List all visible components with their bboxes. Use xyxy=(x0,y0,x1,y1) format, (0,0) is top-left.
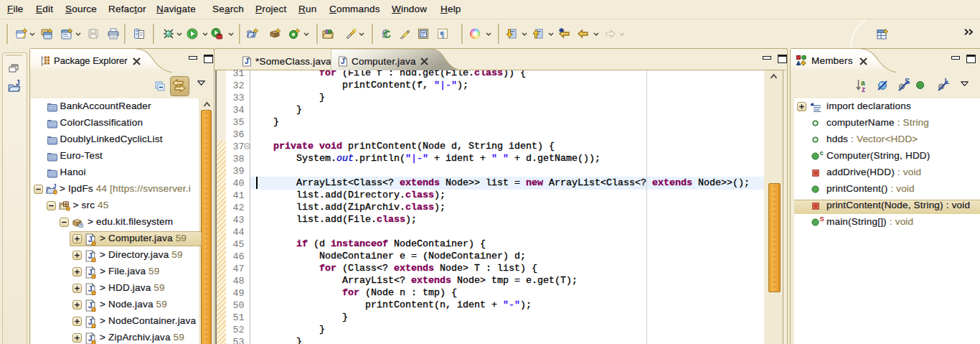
svg-text:J: J xyxy=(245,57,249,65)
svg-text:z: z xyxy=(862,85,865,93)
svg-text:¶: ¶ xyxy=(440,29,444,39)
svg-text:J: J xyxy=(53,184,57,190)
svg-text:J: J xyxy=(341,57,345,65)
svg-text:J: J xyxy=(251,31,255,38)
svg-text:J: J xyxy=(16,80,20,87)
